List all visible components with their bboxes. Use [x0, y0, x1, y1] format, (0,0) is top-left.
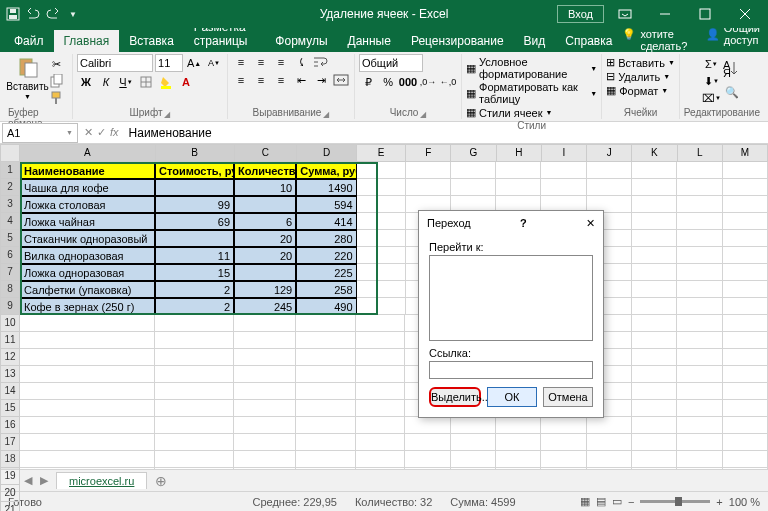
- cell[interactable]: [20, 451, 155, 468]
- cell[interactable]: [20, 332, 155, 349]
- format-painter-icon[interactable]: [48, 90, 66, 106]
- cell[interactable]: [356, 468, 405, 469]
- row-header[interactable]: 3: [0, 196, 20, 213]
- decrease-font-icon[interactable]: A▼: [205, 55, 223, 71]
- cell[interactable]: [296, 332, 356, 349]
- cell[interactable]: [296, 417, 356, 434]
- cell[interactable]: [356, 383, 405, 400]
- cell[interactable]: [587, 434, 632, 451]
- cell[interactable]: [587, 468, 632, 469]
- special-button[interactable]: Выделить...: [429, 387, 481, 407]
- cell-styles-button[interactable]: ▦Стили ячеек▼: [466, 106, 552, 119]
- cell[interactable]: 20: [234, 247, 296, 264]
- cell[interactable]: [356, 417, 405, 434]
- cell[interactable]: [234, 417, 296, 434]
- tab-data[interactable]: Данные: [338, 30, 401, 52]
- cell[interactable]: [632, 434, 677, 451]
- cell[interactable]: [155, 400, 234, 417]
- row-header[interactable]: 10: [0, 315, 20, 332]
- column-header[interactable]: A: [20, 144, 156, 162]
- wrap-text-icon[interactable]: [312, 54, 330, 70]
- cell[interactable]: 99: [155, 196, 234, 213]
- undo-icon[interactable]: [24, 5, 42, 23]
- cell[interactable]: [405, 417, 450, 434]
- cell[interactable]: [723, 247, 768, 264]
- cell[interactable]: [405, 451, 450, 468]
- cell[interactable]: Вилка одноразовая: [20, 247, 155, 264]
- cell[interactable]: [234, 366, 296, 383]
- cell[interactable]: Ложка столовая: [20, 196, 155, 213]
- cell[interactable]: [20, 400, 155, 417]
- cell[interactable]: [677, 366, 722, 383]
- row-header[interactable]: 20: [0, 485, 20, 502]
- cell[interactable]: [723, 468, 768, 469]
- launcher-icon[interactable]: ◢: [164, 110, 170, 119]
- tab-home[interactable]: Главная: [54, 30, 120, 52]
- cell[interactable]: 20: [234, 230, 296, 247]
- cell[interactable]: [20, 434, 155, 451]
- align-center-icon[interactable]: ≡: [252, 72, 270, 88]
- zoom-out-icon[interactable]: −: [628, 496, 634, 508]
- cell[interactable]: [677, 383, 722, 400]
- orientation-icon[interactable]: ⤹: [292, 54, 310, 70]
- cell[interactable]: [356, 349, 405, 366]
- cell[interactable]: [155, 434, 234, 451]
- cell[interactable]: [723, 213, 768, 230]
- cell[interactable]: [677, 451, 722, 468]
- cell[interactable]: [677, 468, 722, 469]
- cell[interactable]: [723, 434, 768, 451]
- cell[interactable]: [234, 196, 296, 213]
- cell[interactable]: [406, 162, 451, 179]
- ribbon-options-icon[interactable]: [606, 0, 644, 28]
- align-middle-icon[interactable]: ≡: [252, 54, 270, 70]
- column-header[interactable]: K: [632, 144, 677, 162]
- cut-icon[interactable]: ✂: [48, 56, 66, 72]
- row-header[interactable]: 9: [0, 298, 20, 315]
- cell[interactable]: 2: [155, 281, 234, 298]
- row-header[interactable]: 5: [0, 230, 20, 247]
- column-header[interactable]: I: [542, 144, 587, 162]
- row-header[interactable]: 16: [0, 417, 20, 434]
- cell[interactable]: [296, 434, 356, 451]
- cell[interactable]: [356, 332, 405, 349]
- cell[interactable]: 10: [234, 179, 296, 196]
- cell[interactable]: 129: [234, 281, 296, 298]
- bold-icon[interactable]: Ж: [77, 74, 95, 90]
- cell[interactable]: [632, 451, 677, 468]
- cell[interactable]: [723, 196, 768, 213]
- cell[interactable]: [357, 281, 406, 298]
- conditional-format-button[interactable]: ▦Условное форматирование▼: [466, 56, 597, 80]
- cell[interactable]: [20, 315, 155, 332]
- ok-button[interactable]: ОК: [487, 387, 537, 407]
- column-header[interactable]: G: [451, 144, 496, 162]
- cell[interactable]: [677, 315, 722, 332]
- number-format-select[interactable]: [359, 54, 423, 72]
- cell[interactable]: [357, 298, 406, 315]
- row-header[interactable]: 18: [0, 451, 20, 468]
- cell[interactable]: [405, 434, 450, 451]
- cell[interactable]: [541, 162, 586, 179]
- cell[interactable]: [723, 179, 768, 196]
- tab-insert[interactable]: Вставка: [119, 30, 184, 52]
- cell[interactable]: [155, 349, 234, 366]
- cell[interactable]: [632, 230, 677, 247]
- row-header[interactable]: 7: [0, 264, 20, 281]
- column-header[interactable]: D: [297, 144, 357, 162]
- cell[interactable]: [723, 264, 768, 281]
- cell[interactable]: [234, 332, 296, 349]
- column-header[interactable]: E: [357, 144, 406, 162]
- cell[interactable]: [677, 179, 722, 196]
- cell[interactable]: [20, 366, 155, 383]
- underline-icon[interactable]: Ч▼: [117, 74, 135, 90]
- launcher-icon[interactable]: ◢: [420, 110, 426, 119]
- cell[interactable]: Стаканчик одноразовый: [20, 230, 155, 247]
- cell[interactable]: [234, 383, 296, 400]
- row-header[interactable]: 2: [0, 179, 20, 196]
- cell[interactable]: Наименование: [20, 162, 155, 179]
- cell[interactable]: [677, 196, 722, 213]
- cell[interactable]: 225: [296, 264, 356, 281]
- cancel-button[interactable]: Отмена: [543, 387, 593, 407]
- cell[interactable]: [451, 179, 496, 196]
- font-name-select[interactable]: [77, 54, 153, 72]
- cell[interactable]: [632, 383, 677, 400]
